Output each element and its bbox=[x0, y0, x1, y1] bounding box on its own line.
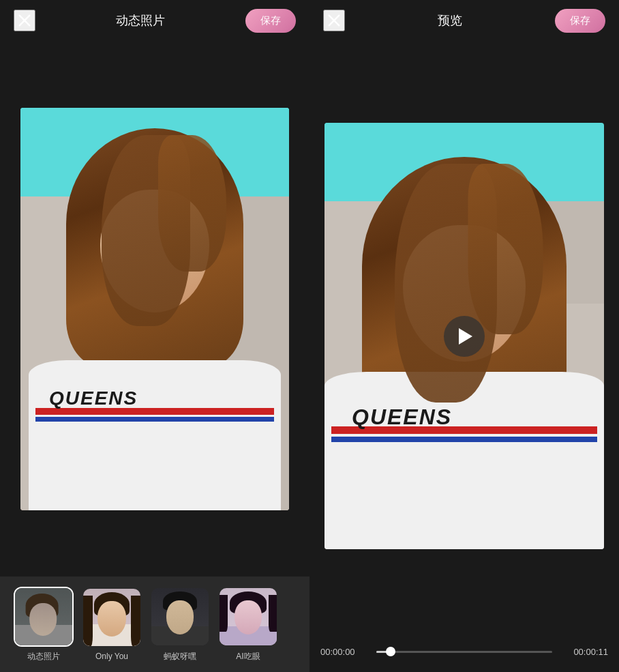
thumb4-face bbox=[235, 600, 262, 634]
video-shirt-text: QUEENS bbox=[352, 405, 452, 430]
video-frame: QUEENS bbox=[324, 123, 604, 549]
time-start: 00:00:00 bbox=[320, 647, 368, 657]
shirt-stripe-blue bbox=[35, 417, 274, 422]
video-area: QUEENS bbox=[310, 41, 619, 631]
video-hair-right bbox=[468, 164, 543, 334]
right-close-button[interactable] bbox=[323, 10, 345, 31]
bottom-toolbar: 动态照片 Only You 蚂蚁呀嘿 bbox=[0, 576, 310, 672]
left-close-button[interactable] bbox=[14, 10, 35, 31]
tool-thumb-ai-eyes bbox=[218, 587, 278, 647]
thumb2-face bbox=[97, 601, 126, 637]
time-end: 00:00:11 bbox=[560, 647, 608, 657]
thumb2-hair-left bbox=[83, 596, 93, 646]
hair-right bbox=[158, 135, 226, 272]
play-icon bbox=[459, 328, 472, 345]
tool-item-ai-eyes[interactable]: AI吃眼 bbox=[218, 587, 278, 662]
tool-label-ai-eyes: AI吃眼 bbox=[236, 651, 260, 662]
shirt: QUEENS bbox=[29, 360, 281, 510]
tool-label-dynamic: 动态照片 bbox=[27, 651, 60, 662]
tool-item-only-you[interactable]: Only You bbox=[82, 587, 142, 661]
left-save-button[interactable]: 保存 bbox=[245, 9, 296, 33]
tool-thumb-only-you bbox=[82, 587, 142, 647]
left-panel: 动态照片 保存 QUEENS bbox=[0, 0, 310, 672]
progress-thumb[interactable] bbox=[386, 647, 395, 656]
tool-thumb-dynamic bbox=[14, 587, 74, 647]
right-save-button[interactable]: 保存 bbox=[555, 9, 605, 33]
tool-thumb-ant bbox=[150, 587, 210, 647]
tool-label-only-you: Only You bbox=[95, 652, 128, 661]
tool-item-ant[interactable]: 蚂蚁呀嘿 bbox=[150, 587, 210, 662]
thumb4-hair-left bbox=[220, 595, 228, 632]
right-panel: 预览 保存 QUEENS bbox=[310, 0, 619, 672]
tool-label-ant: 蚂蚁呀嘿 bbox=[164, 651, 196, 662]
thumb2-hair-right bbox=[131, 596, 140, 646]
close-icon bbox=[17, 13, 32, 28]
left-title: 动态照片 bbox=[116, 12, 165, 29]
right-close-icon bbox=[327, 13, 342, 28]
left-main-image-area: QUEENS bbox=[0, 41, 310, 576]
tool-item-dynamic[interactable]: 动态照片 bbox=[14, 587, 74, 662]
thumb3-face bbox=[166, 600, 194, 634]
right-top-bar: 预览 保存 bbox=[310, 0, 619, 41]
thumb1-face bbox=[29, 603, 57, 636]
play-button[interactable] bbox=[444, 316, 485, 357]
video-stripe-blue bbox=[331, 437, 597, 442]
thumb4-hair-right bbox=[269, 595, 277, 632]
left-top-bar: 动态照片 保存 bbox=[0, 0, 310, 41]
right-title: 预览 bbox=[438, 12, 462, 29]
progress-track[interactable] bbox=[376, 651, 552, 653]
progress-bar-area: 00:00:00 00:00:11 bbox=[310, 631, 619, 672]
shirt-text: QUEENS bbox=[49, 388, 138, 409]
main-photo: QUEENS bbox=[20, 108, 289, 510]
